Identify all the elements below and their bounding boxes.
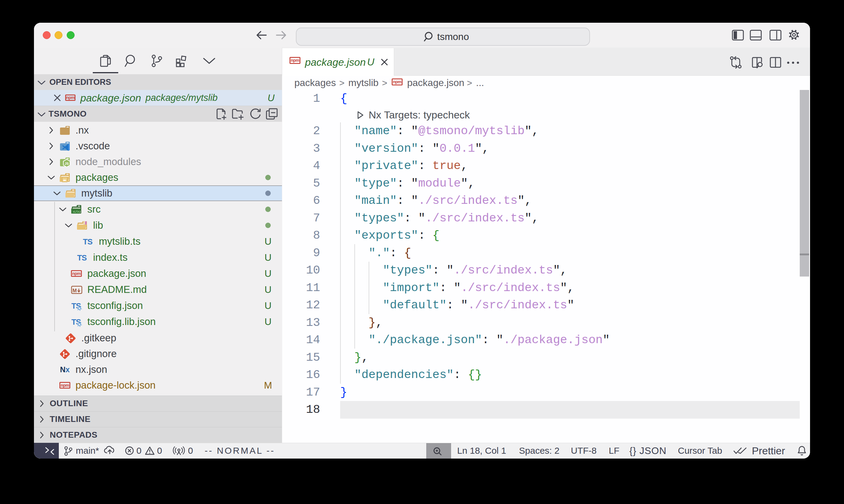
svg-text:N: N — [60, 365, 66, 374]
svg-text:</>: </> — [73, 210, 79, 214]
svg-text:TS: TS — [83, 237, 92, 246]
svg-text:M: M — [72, 288, 77, 293]
svg-text:JS: JS — [65, 162, 69, 165]
svg-text:x: x — [66, 365, 70, 374]
svg-text:TS: TS — [77, 253, 87, 262]
